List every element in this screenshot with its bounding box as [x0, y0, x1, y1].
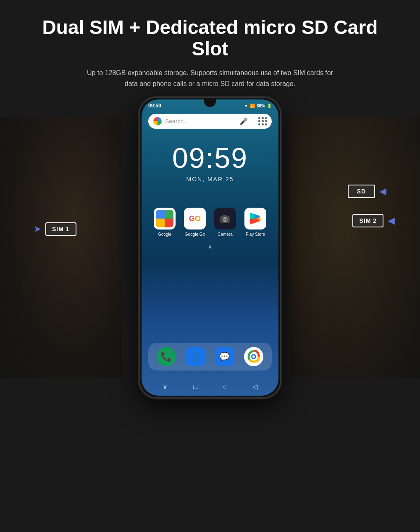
google-logo — [153, 117, 162, 125]
playstore-icon-box — [244, 208, 266, 229]
battery-text: 86% — [257, 104, 265, 108]
app-camera[interactable]: Camera — [214, 208, 236, 237]
main-title: Dual SIM + Dedicated micro SD Card Slot — [34, 17, 386, 59]
app-play-store[interactable]: Play Store — [244, 208, 266, 237]
sim1-label-group: ➤ SIM 1 — [34, 222, 76, 236]
camera-svg — [219, 212, 231, 225]
apps-grid-icon — [258, 117, 267, 125]
google-icon-box — [154, 208, 176, 229]
subtitle-text: Up to 128GB expandable storage. Supports… — [84, 68, 336, 89]
nav-down[interactable]: ∨ — [163, 383, 168, 391]
clock-display: 09:59 MON, MAR 25 — [142, 141, 278, 183]
camera-label: Camera — [218, 232, 233, 237]
sd-label-group: ◀ SD — [348, 185, 386, 198]
nav-bar: ∨ □ ○ ◁ — [142, 383, 278, 391]
clock-time: 09:59 — [142, 141, 278, 174]
svg-rect-3 — [223, 215, 226, 216]
signal-icon: 📶 — [250, 104, 255, 108]
nav-back[interactable]: ◁ — [252, 383, 257, 391]
google-go-text: GO — [189, 214, 201, 223]
svg-point-2 — [224, 218, 226, 221]
status-icons: ▼ 📶 86% 🔋 — [244, 104, 272, 108]
messages-dock-icon[interactable]: 💬 — [215, 347, 234, 366]
mic-icon: 🎤 — [239, 117, 248, 125]
google-go-icon-box: GO — [184, 208, 206, 229]
divider — [253, 117, 253, 125]
sim2-arrow: ◀ — [388, 215, 395, 226]
wifi-icon: ▼ — [244, 104, 248, 108]
phone-dock-icon[interactable]: 📞 — [157, 347, 176, 366]
status-time: 09:59 — [148, 103, 161, 109]
google-go-label: Google Go — [185, 232, 205, 237]
search-bar[interactable]: Search... 🎤 — [148, 114, 272, 129]
play-store-label: Play Store — [246, 232, 265, 237]
phone-screen: 09:59 ▼ 📶 86% 🔋 Search... 🎤 — [142, 99, 278, 396]
google-inner — [156, 210, 173, 227]
sim1-arrow: ➤ — [34, 224, 41, 235]
top-section: Dual SIM + Dedicated micro SD Card Slot … — [0, 0, 420, 97]
clock-date: MON, MAR 25 — [142, 176, 278, 183]
nav-home[interactable]: ○ — [223, 383, 227, 391]
nav-recents[interactable]: □ — [193, 383, 197, 391]
chrome-svg — [247, 350, 260, 363]
search-placeholder: Search... — [165, 118, 236, 125]
svg-point-12 — [252, 355, 255, 358]
dock: 📞 👤 💬 — [148, 343, 272, 370]
bg-right-people — [290, 117, 420, 378]
playstore-svg — [249, 212, 262, 225]
chevron-up[interactable]: ∧ — [142, 243, 278, 250]
app-google-go[interactable]: GO Google Go — [184, 208, 206, 237]
google-label: Google — [158, 232, 171, 237]
sim2-box: SIM 2 — [352, 214, 383, 227]
bg-left-people — [0, 117, 122, 378]
phone-mockup: 09:59 ▼ 📶 86% 🔋 Search... 🎤 — [139, 96, 281, 399]
battery-icon: 🔋 — [267, 104, 272, 108]
contacts-dock-icon[interactable]: 👤 — [186, 347, 205, 366]
sim2-label-group: ◀ SIM 2 — [352, 214, 395, 227]
sd-box: SD — [348, 185, 375, 198]
app-google[interactable]: Google — [154, 208, 176, 237]
sd-arrow: ◀ — [379, 186, 386, 197]
app-icons-row: Google GO Google Go — [142, 208, 278, 237]
chrome-dock-icon[interactable] — [244, 347, 263, 366]
camera-icon-box — [214, 208, 236, 229]
sim1-box: SIM 1 — [45, 222, 76, 236]
phone-shell: 09:59 ▼ 📶 86% 🔋 Search... 🎤 — [139, 96, 281, 399]
